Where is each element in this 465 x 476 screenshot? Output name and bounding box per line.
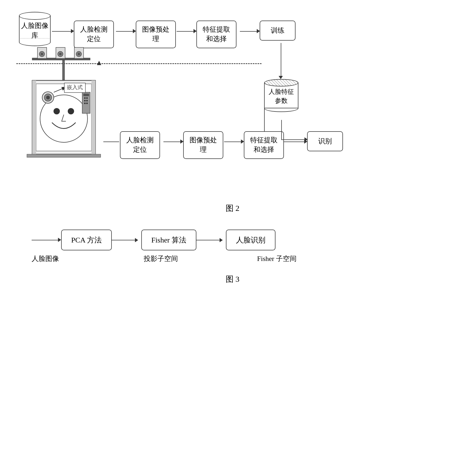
- svg-point-6: [59, 53, 62, 55]
- svg-point-3: [41, 53, 43, 55]
- fig2-caption: 图 2: [16, 203, 449, 214]
- svg-point-26: [46, 96, 50, 99]
- svg-rect-17: [83, 94, 89, 96]
- svg-text:嵌入式: 嵌入式: [67, 84, 83, 90]
- figure2-diagram: 人脸图像库 人脸检测定位 图像预处理 特征提取和选择 训练: [16, 11, 449, 195]
- svg-rect-30: [91, 80, 95, 154]
- svg-point-22: [84, 103, 86, 104]
- svg-rect-10: [62, 60, 65, 81]
- arrow-feature2-recognize: [287, 142, 306, 142]
- proj-space-label: 投影子空间: [127, 254, 195, 263]
- arrow-detect2-preproc2: [163, 142, 182, 142]
- arrowhead-train-featuredb: [279, 76, 283, 79]
- fig3-flow-row: PCA 方法 Fisher 算法 人脸识别: [16, 230, 449, 250]
- svg-rect-31: [27, 154, 101, 157]
- svg-point-23: [86, 103, 88, 104]
- arrow-preproc1-feature1: [177, 31, 196, 32]
- camera-illustration: 嵌入式: [22, 40, 111, 158]
- arrow-db-detect1: [52, 31, 73, 32]
- svg-point-9: [78, 53, 80, 55]
- featuredb-recognize-h2: [281, 139, 307, 140]
- featuredb-recognize-v2: [281, 120, 282, 140]
- fig3-arrow2: [196, 237, 223, 243]
- fisher-box: Fisher 算法: [141, 230, 196, 250]
- preproc1-box: 图像预处理: [136, 21, 176, 48]
- arrow-preproc2-feature2: [224, 142, 243, 142]
- face-db-label: 人脸图像库: [20, 21, 50, 40]
- svg-point-18: [84, 97, 86, 99]
- arrow-feature1-train: [240, 31, 259, 32]
- arrowhead-featuredb-recognize2: [304, 137, 308, 142]
- train-box: 训练: [260, 21, 296, 41]
- feature2-box: 特征提取和选择: [244, 131, 284, 159]
- fisher-space-label: Fisher 子空间: [243, 254, 311, 263]
- recognize-box: 识别: [307, 131, 343, 151]
- arrow-train-featuredb-v: [281, 43, 281, 77]
- svg-point-19: [86, 97, 88, 99]
- pca-box: PCA 方法: [61, 230, 112, 250]
- svg-point-21: [86, 100, 88, 101]
- fig3-caption: 图 3: [16, 274, 449, 285]
- feature-db-node: 人脸特征参数: [264, 79, 298, 112]
- svg-point-14: [54, 108, 60, 114]
- svg-point-15: [68, 108, 74, 114]
- svg-rect-29: [32, 80, 36, 154]
- fig3-arrow1: [112, 237, 138, 243]
- face-image-label: 人脸图像: [32, 254, 84, 263]
- arrow-device-detect2: [103, 142, 119, 142]
- figure3-diagram: PCA 方法 Fisher 算法 人脸识别 人脸图像: [16, 230, 449, 263]
- feature1-box: 特征提取和选择: [196, 21, 236, 48]
- fig3-labels-row: 人脸图像 投影子空间 Fisher 子空间: [16, 254, 449, 263]
- detect2-box: 人脸检测定位: [120, 131, 160, 159]
- feature-db-label: 人脸特征参数: [269, 88, 294, 105]
- svg-point-20: [84, 100, 86, 101]
- preproc2-box: 图像预处理: [183, 131, 223, 159]
- fig3-left-arrow: [32, 240, 58, 240]
- arrow-detect1-preproc1: [116, 31, 135, 32]
- face-recog-box: 人脸识别: [226, 230, 275, 250]
- page: 人脸图像库 人脸检测定位 图像预处理 特征提取和选择 训练: [0, 0, 465, 476]
